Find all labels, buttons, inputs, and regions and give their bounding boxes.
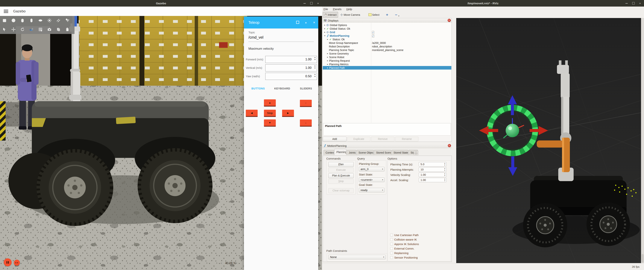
motionplanning-header[interactable]: MotionPlanning × (322, 144, 452, 148)
planning-attempts-input[interactable]: 10▲▼ (419, 167, 446, 172)
tab-scroll-left-icon[interactable]: ◂ (414, 151, 416, 155)
clear-octomap-button[interactable]: Clear octomap (328, 188, 354, 193)
close-icon[interactable]: × (317, 2, 320, 5)
hamburger-menu-icon[interactable] (4, 10, 8, 13)
translate-icon[interactable] (9, 25, 18, 34)
tree-row-global-options[interactable]: ▸ Global Options (323, 23, 451, 27)
replanning-checkbox[interactable]: Replanning (390, 251, 408, 255)
vertical-spinner[interactable]: ▲▼ (314, 65, 316, 69)
expander-icon[interactable]: ▾ (324, 35, 326, 37)
maximize-icon[interactable] (310, 2, 313, 5)
tree-row-scene-robot[interactable]: ▸ Scene Robot (323, 55, 451, 59)
close-icon[interactable]: × (639, 2, 642, 5)
goal-state-select[interactable]: ready▾ (359, 188, 384, 192)
teleop-collapse-icon[interactable]: ▲ (302, 21, 310, 24)
ascend-button[interactable]: ↑ (300, 100, 312, 107)
rviz-titlebar[interactable]: /tmp/moveit.rviz* - RViz × (322, 0, 644, 7)
maximize-icon[interactable] (632, 2, 635, 5)
rename-button[interactable]: Rename (395, 137, 418, 141)
execute-button[interactable]: Execute (328, 168, 354, 173)
planning-time-input[interactable]: 5.0▲▼ (419, 162, 446, 167)
tree-row-motionplanning[interactable]: ▾ MotionPlanning ✓ (323, 34, 451, 38)
minimize-icon[interactable] (625, 2, 628, 5)
planning-group-select[interactable]: arm_0▾ (359, 167, 384, 171)
rviz-3d-viewport[interactable] (456, 18, 641, 263)
tree-row-planning-request[interactable]: ▸ Planning Request (323, 59, 451, 62)
stop-button[interactable]: Stop (264, 110, 276, 117)
cube-icon[interactable] (0, 16, 9, 25)
tab-keyboard[interactable]: KEYBOARD (274, 87, 290, 90)
menu-panels[interactable]: Panels (333, 8, 342, 11)
velocity-scaling-input[interactable]: 1.00▲▼ (419, 173, 446, 177)
tab-buttons[interactable]: BUTTONS (252, 87, 265, 90)
point-light-icon[interactable] (45, 16, 54, 25)
topic-input[interactable]: /cmd_vel (248, 35, 264, 40)
tree-row-grid[interactable]: ▸ Grid ✓ (323, 30, 451, 34)
tree-row-global-status[interactable]: ▸ ✓ Global Status: Ok (323, 27, 451, 30)
expander-icon[interactable]: ▸ (326, 52, 329, 55)
capsule-icon[interactable] (27, 16, 36, 25)
tree-row-status-ok[interactable]: ▸ ✓ Status: Ok (323, 38, 451, 41)
teleop-maximize-icon[interactable] (294, 21, 302, 24)
tab-planning[interactable]: Planning (334, 149, 346, 155)
descend-button[interactable]: ↓ (300, 119, 312, 126)
pause-button[interactable] (4, 258, 12, 266)
tab-joints[interactable]: Joints (347, 150, 356, 155)
close-panel-icon[interactable]: × (448, 144, 451, 147)
external-comm-checkbox[interactable]: External Comm. (390, 247, 414, 250)
tree-row-planned-path[interactable]: ▸ Planned Path (323, 66, 451, 70)
tab-context[interactable]: Context (324, 150, 334, 155)
ellipsoid-icon[interactable] (36, 16, 45, 25)
sensor-positioning-checkbox[interactable]: Sensor Positioning (390, 256, 418, 259)
yaw-spinner[interactable]: ▲▼ (314, 73, 316, 77)
path-constraints-select[interactable]: None▾ (328, 255, 386, 259)
expander-icon[interactable]: ▸ (324, 27, 326, 30)
yaw-input[interactable]: 0.50 ▲▼ (265, 73, 317, 80)
property-value[interactable]: robot_description (372, 45, 392, 48)
use-cartesian-path-checkbox[interactable]: Use Cartesian Path (390, 233, 418, 237)
duplicate-button[interactable]: Duplicate (347, 137, 370, 141)
interact-tool[interactable]: Interact (323, 12, 338, 18)
plan-button[interactable]: Plan (328, 162, 354, 167)
tree-row-planning-scene-topic[interactable]: Planning Scene Topic monitored_planning_… (323, 48, 451, 52)
expander-icon[interactable]: ▸ (326, 67, 329, 69)
rtf-collapse-icon[interactable]: < (220, 262, 222, 265)
expander-icon[interactable]: ▸ (326, 59, 329, 62)
forward-input[interactable]: 1.00 ▲▼ (265, 56, 317, 63)
step-button[interactable]: ►► (14, 260, 20, 266)
add-tool-icon[interactable]: + (384, 13, 390, 17)
expander-icon[interactable]: ▸ (326, 56, 329, 58)
sphere-icon[interactable] (9, 16, 18, 25)
property-value[interactable]: monitored_planning_scene (372, 49, 404, 52)
teleop-close-icon[interactable]: × (310, 21, 318, 25)
tab-sliders[interactable]: SLIDERS (300, 87, 312, 90)
expander-icon[interactable]: ▸ (326, 63, 329, 65)
scrollbar[interactable] (641, 18, 644, 263)
backward-button[interactable]: ▼ (264, 119, 276, 126)
start-state-select[interactable]: <current>▾ (359, 178, 384, 182)
cylinder-icon[interactable] (18, 16, 27, 25)
left-button[interactable]: ◀ (246, 110, 258, 117)
property-value[interactable]: /a200_0000 (372, 41, 386, 44)
expander-icon[interactable]: ▸ (324, 24, 326, 26)
copy-icon[interactable] (54, 25, 63, 34)
minimize-icon[interactable] (303, 2, 306, 5)
accel-scaling-input[interactable]: 1.00▲▼ (419, 178, 446, 182)
displays-header[interactable]: Displays × (322, 18, 452, 23)
grid-checkbox[interactable]: ✓ (372, 31, 374, 34)
stop-button[interactable]: Stop (328, 179, 354, 184)
tree-row-move-group-namespace[interactable]: Move Group Namespace /a200_0000 (323, 41, 451, 45)
tab-stored-states[interactable]: Stored States (392, 150, 408, 155)
approx-ik-solutions-checkbox[interactable]: Approx IK Solutions (390, 242, 419, 246)
add-button[interactable]: Add (323, 137, 346, 141)
expander-icon[interactable]: ▸ (324, 31, 326, 33)
teleop-header[interactable]: Teleop ▲ × (244, 17, 318, 29)
grid-icon[interactable] (36, 25, 45, 34)
remove-button[interactable]: Remove (371, 137, 394, 141)
directional-light-icon[interactable] (54, 16, 63, 25)
cursor-icon[interactable] (0, 25, 9, 34)
expander-icon[interactable]: ▸ (326, 38, 329, 41)
tab-scene-objects[interactable]: Scene Objects (356, 150, 374, 155)
gazebo-titlebar[interactable]: Gazebo × (0, 0, 322, 7)
select-tool[interactable]: Select (367, 12, 381, 18)
